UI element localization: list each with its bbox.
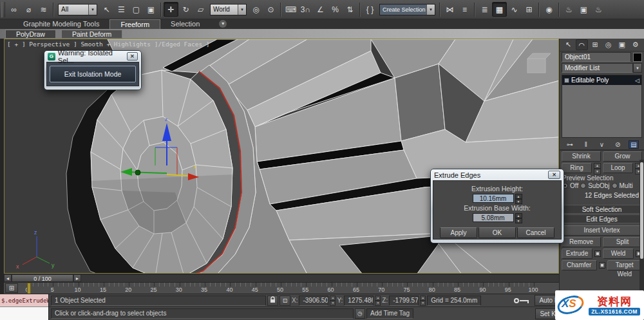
split-button[interactable]: Split (603, 237, 642, 247)
extrusion-base-width-input[interactable]: 5.08mm (473, 213, 514, 222)
warning-dialog-titlebar[interactable]: G Warning: Isolated Sel... ✕ (44, 51, 141, 62)
selection-filter-dropdown[interactable]: All▼ (58, 4, 97, 15)
edit-edges-rollout[interactable]: Edit Edges (562, 214, 642, 223)
ring-spinner[interactable]: ▲▼ (594, 163, 601, 173)
object-name-field[interactable]: Object01 (562, 52, 631, 62)
unlink-selection-icon[interactable]: ⌀ (21, 2, 36, 17)
mirror-icon[interactable]: ⋈ (442, 2, 457, 17)
modify-tab-icon[interactable]: ◠ (576, 39, 588, 50)
extrude-close-icon[interactable]: ✕ (548, 171, 560, 179)
time-slider-track[interactable] (81, 274, 559, 282)
mini-curve-editor-icon[interactable]: ⊞ (5, 283, 18, 293)
angle-snap-icon[interactable]: ∠ (313, 2, 328, 17)
time-slider-handle[interactable]: 0 / 100 (12, 274, 73, 282)
exit-isolation-mode-button[interactable]: Exit Isolation Mode (50, 66, 136, 82)
ribbon-minimize-chevron-icon[interactable]: ▼ (219, 20, 227, 28)
layer-manager-icon[interactable]: ≣ (477, 2, 492, 17)
warning-close-icon[interactable]: ✕ (127, 52, 138, 61)
schematic-view-icon[interactable]: ⊞ (522, 2, 536, 17)
object-color-swatch[interactable] (633, 53, 642, 62)
toolbar-grip[interactable] (1, 2, 5, 17)
absolute-offset-mode-icon[interactable]: ⊡ (279, 296, 290, 306)
keyboard-shortcut-override-icon[interactable]: ⌨ (283, 2, 298, 17)
render-production-icon[interactable]: ♨ (591, 2, 606, 17)
curve-editor-icon[interactable]: ∿ (507, 2, 522, 17)
next-frame-arrow[interactable]: ► (73, 274, 81, 282)
percent-snap-icon[interactable]: % (328, 2, 343, 17)
soft-selection-rollout[interactable]: Soft Selection (562, 205, 642, 214)
loop-button[interactable]: Loop (603, 163, 633, 173)
y-coordinate-input[interactable]: 1275.486m (344, 296, 374, 306)
tab-freeform[interactable]: Freeform (109, 19, 160, 29)
apply-button[interactable]: Apply (440, 227, 477, 238)
make-unique-icon[interactable]: ∨ (597, 141, 607, 148)
preview-subobj-radio[interactable] (580, 183, 586, 189)
panel-scrollbar[interactable] (639, 160, 644, 294)
listener-macro-line[interactable]: $.edgeExtrudeW: (0, 294, 48, 307)
previous-frame-arrow[interactable]: ◄ (4, 274, 12, 282)
tab-graphite-modeling-tools[interactable]: Graphite Modeling Tools (13, 19, 109, 29)
ring-button[interactable]: Ring (562, 163, 592, 173)
weld-button[interactable]: Weld (603, 249, 634, 259)
chamfer-button[interactable]: Chamfer (562, 260, 597, 270)
tab-polydraw[interactable]: PolyDraw (5, 30, 56, 39)
extrude-settings-icon[interactable] (594, 250, 601, 257)
modifier-list-arrow-icon[interactable]: ▼ (633, 63, 642, 73)
tab-paint-deform[interactable]: Paint Deform (61, 30, 122, 39)
snaps-toggle-icon[interactable]: 3∩ (298, 2, 313, 17)
named-selection-sets-dropdown[interactable]: Create Selection Se▼ (379, 4, 435, 15)
scene-explorer-icon[interactable]: ▦ (492, 2, 507, 17)
viewport-label[interactable]: [ + ] Perspective ] Smooth + Highlights … (7, 41, 210, 48)
insert-vertex-button[interactable]: Insert Vertex (562, 225, 642, 236)
extrusion-height-spinner[interactable]: ▲▼ (515, 194, 522, 203)
listener-script-line[interactable] (0, 307, 48, 320)
utilities-tab-icon[interactable]: ⚙ (629, 39, 641, 50)
extrusion-base-width-spinner[interactable]: ▲▼ (515, 213, 522, 222)
x-spinner[interactable]: ▲▼ (330, 296, 336, 306)
z-spinner[interactable]: ▲▼ (420, 296, 426, 306)
remove-modifier-icon[interactable]: ⊘ (612, 141, 623, 148)
z-coordinate-input[interactable]: -1799.572 (389, 296, 419, 306)
reference-coordinate-system-dropdown[interactable]: World▼ (210, 4, 247, 15)
configure-modifier-sets-icon[interactable]: ▤ (629, 140, 639, 149)
window-crossing-icon[interactable]: ▣ (144, 2, 158, 17)
spinner-snap-icon[interactable]: ⇅ (343, 2, 357, 17)
bind-to-space-warp-icon[interactable]: ≋ (36, 2, 51, 17)
select-by-name-icon[interactable]: ☰ (114, 2, 129, 17)
align-icon[interactable]: ≡ (457, 2, 472, 17)
rendered-frame-window-icon[interactable]: ▣ (576, 2, 591, 17)
pin-stack-icon[interactable]: ⊶ (565, 141, 575, 148)
panel-scrollbar-thumb[interactable] (640, 162, 643, 259)
add-time-tag-button[interactable]: Add Time Tag (366, 308, 413, 319)
motion-tab-icon[interactable]: ◎ (603, 39, 615, 50)
select-and-rotate-icon[interactable]: ↻ (178, 2, 193, 17)
select-and-link-icon[interactable]: ∞ (6, 2, 21, 17)
show-end-result-icon[interactable]: ‖ (581, 141, 591, 148)
maxscript-mini-listener[interactable]: $.edgeExtrudeW: (0, 294, 49, 320)
grow-button[interactable]: Grow (603, 151, 642, 162)
shrink-button[interactable]: Shrink (562, 151, 601, 162)
ok-button[interactable]: OK (478, 227, 516, 238)
remove-button[interactable]: Remove (562, 237, 601, 247)
extrude-dialog-titlebar[interactable]: Extrude Edges ✕ (431, 169, 564, 180)
tab-selection[interactable]: Selection (160, 19, 210, 29)
select-and-move-icon[interactable]: ✛ (164, 2, 178, 17)
selection-lock-icon[interactable] (267, 296, 278, 306)
create-tab-icon[interactable]: ↖ (562, 39, 574, 50)
current-frame-marker[interactable] (27, 283, 31, 294)
select-and-scale-icon[interactable]: ▱ (193, 2, 208, 17)
render-setup-icon[interactable]: ♨ (562, 2, 576, 17)
select-and-manipulate-icon[interactable]: ⊙ (263, 2, 278, 17)
modifier-stack[interactable]: Editable Poly ◁ (562, 75, 642, 138)
preview-multi-radio[interactable] (612, 183, 618, 189)
time-tag-icon[interactable]: ◷ (355, 308, 365, 319)
extrude-button[interactable]: Extrude (562, 249, 592, 259)
chamfer-settings-icon[interactable] (599, 262, 605, 268)
display-tab-icon[interactable]: ▣ (616, 39, 628, 50)
modifier-stack-row-editable-poly[interactable]: Editable Poly ◁ (562, 75, 641, 85)
target-weld-button[interactable]: Target Weld (607, 260, 643, 270)
hierarchy-tab-icon[interactable]: ⊞ (589, 39, 601, 50)
extrusion-height-input[interactable]: 10.16mm (473, 194, 514, 203)
track-bar[interactable]: ⊞ 05101520253035404550556065707580859095… (4, 282, 559, 294)
y-spinner[interactable]: ▲▼ (375, 296, 381, 306)
